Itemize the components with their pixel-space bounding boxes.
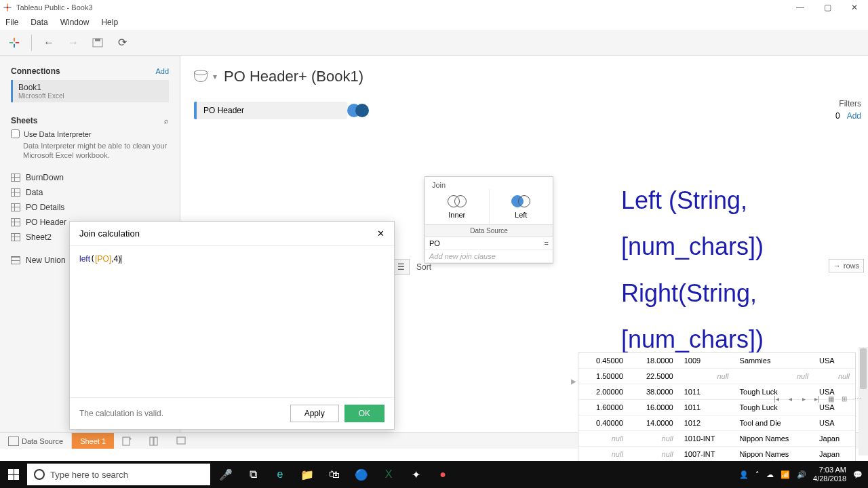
expand-handle[interactable]: ▶ [571,378,576,385]
sheet-item[interactable]: Data [0,185,180,200]
cortana-icon [34,469,45,480]
join-venn-icon[interactable] [346,102,370,119]
tableau-taskbar-icon[interactable]: ✦ [403,461,429,488]
new-worksheet-button[interactable]: + [114,433,141,449]
edge-icon[interactable]: e [267,461,293,488]
join-type-left[interactable]: Left [490,189,553,224]
connection-type: Microsoft Excel [18,92,163,100]
join-clause[interactable]: PO = [425,237,553,250]
sort-label[interactable]: Sort [416,262,431,272]
data-preview-table: 0.4500018.00001009SammiesUSA1.5000022.50… [578,352,856,479]
calc-close-button[interactable]: ✕ [377,228,384,239]
sheet-item[interactable]: BurnDown [0,170,180,185]
mic-icon[interactable]: 🎤 [213,461,239,488]
connection-item[interactable]: Book1 Microsoft Excel [11,80,169,102]
join-type-inner[interactable]: Inner [425,189,490,224]
tray-up-icon[interactable]: ˄ [755,470,760,479]
minimize-button[interactable]: — [787,0,814,15]
svg-text:+: + [129,436,132,442]
datasource-title[interactable]: PO Header+ (Book1) [224,68,363,85]
datasource-tab-icon [8,436,19,446]
union-icon [11,256,20,264]
maximize-button[interactable]: ▢ [814,0,841,15]
start-button[interactable] [0,461,27,488]
svg-rect-7 [9,42,13,43]
back-button[interactable]: ← [41,35,56,50]
sheet-nav-controls[interactable]: |◂◂▸▸|▦⊞⋯ [772,395,863,403]
sheet-icon [11,174,20,182]
search-icon[interactable]: ⌕ [164,117,169,125]
table-row[interactable]: 0.4500018.00001009SammiesUSA [578,353,855,369]
calculation-dialog: Join calculation ✕ left([PO],4) The calc… [69,221,395,430]
tab-datasource[interactable]: Data Source [0,433,72,449]
menu-help[interactable]: Help [101,18,118,27]
apply-button[interactable]: Apply [290,405,339,422]
refresh-button[interactable]: ⟳ [115,35,130,50]
svg-rect-13 [150,437,153,445]
add-join-clause[interactable]: Add new join clause [425,250,553,263]
add-filter[interactable]: Add [847,111,861,121]
filter-count: 0 [835,111,840,121]
table-pill[interactable]: PO Header [194,102,347,119]
table-row[interactable]: nullnull1010-INTNippon NamesJapan [578,431,855,447]
svg-rect-14 [154,437,157,445]
join-config-popup: Join Inner Left Data Source PO = Add new… [425,176,553,264]
new-story-button[interactable] [168,433,195,449]
explorer-icon[interactable]: 📁 [294,461,320,488]
calc-title: Join calculation [79,228,140,239]
clock[interactable]: 7:03 AM 4/28/2018 [813,466,846,483]
forward-button[interactable]: → [66,35,81,50]
menu-window[interactable]: Window [60,18,90,27]
connections-label: Connections [11,66,60,76]
ok-button[interactable]: OK [344,405,384,422]
chrome-icon[interactable]: 🔵 [349,461,374,488]
svg-rect-2 [3,7,6,7]
data-interpreter-checkbox[interactable]: Use Data Interpreter [11,129,169,138]
store-icon[interactable]: 🛍 [321,461,347,488]
menu-file[interactable]: File [5,18,18,27]
close-button[interactable]: ✕ [841,0,868,15]
interpreter-desc: Data Interpreter might be able to clean … [23,141,169,161]
svg-rect-10 [95,39,100,41]
calc-editor[interactable]: left([PO],4) [70,246,394,397]
recording-icon[interactable]: ● [430,461,456,488]
new-dashboard-button[interactable] [141,433,168,449]
onedrive-icon[interactable]: ☁ [766,470,774,479]
svg-rect-3 [8,7,11,7]
svg-rect-8 [16,42,19,43]
save-button[interactable] [90,35,105,50]
volume-icon[interactable]: 🔊 [797,470,806,479]
calc-status: The calculation is valid. [79,409,163,418]
excel-icon[interactable]: X [376,461,401,488]
tableau-icon[interactable] [7,35,22,50]
svg-rect-6 [14,43,15,47]
filters-label: Filters [835,99,861,108]
sheets-label: Sheets [11,116,37,125]
add-connection[interactable]: Add [155,67,169,75]
menu-bar: File Data Window Help [0,15,868,30]
svg-rect-0 [7,3,7,6]
database-icon[interactable] [194,70,206,83]
svg-rect-4 [7,7,9,9]
connection-name: Book1 [18,83,163,92]
people-icon[interactable]: 👤 [739,470,749,479]
tab-sheet1[interactable]: Sheet 1 [72,433,114,449]
sheet-icon [11,203,20,211]
join-datasource-label: Data Source [425,225,553,237]
svg-rect-15 [177,437,185,444]
join-tab-label: Join [425,177,553,189]
table-row[interactable]: nullnull1007-INTNippon NamesJapan [578,447,855,462]
sheet-icon [11,218,20,226]
window-title: Tableau Public - Book3 [16,3,93,12]
svg-rect-1 [7,8,7,11]
menu-data[interactable]: Data [31,18,47,27]
tableau-logo-icon [3,3,12,12]
wifi-icon[interactable]: 📶 [781,470,790,479]
sheet-item[interactable]: PO Details [0,200,180,215]
taskbar-search[interactable]: Type here to search [27,464,210,485]
sheet-icon [11,233,20,241]
table-row[interactable]: 0.4000014.00001012Tool and DieUSA [578,415,855,431]
notifications-icon[interactable]: 💬 [853,470,863,479]
table-row[interactable]: 1.5000022.5000nullnullnull [578,369,855,384]
task-view-icon[interactable]: ⧉ [240,461,266,488]
